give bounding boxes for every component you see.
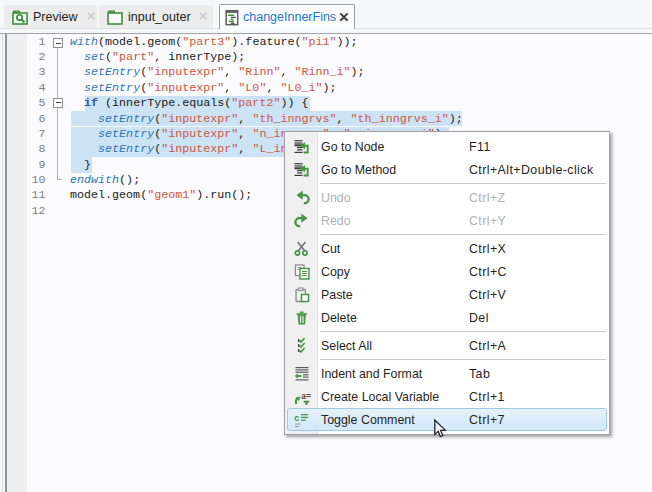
svg-text:a=: a= bbox=[301, 391, 311, 401]
svg-text:c: c bbox=[294, 413, 300, 424]
